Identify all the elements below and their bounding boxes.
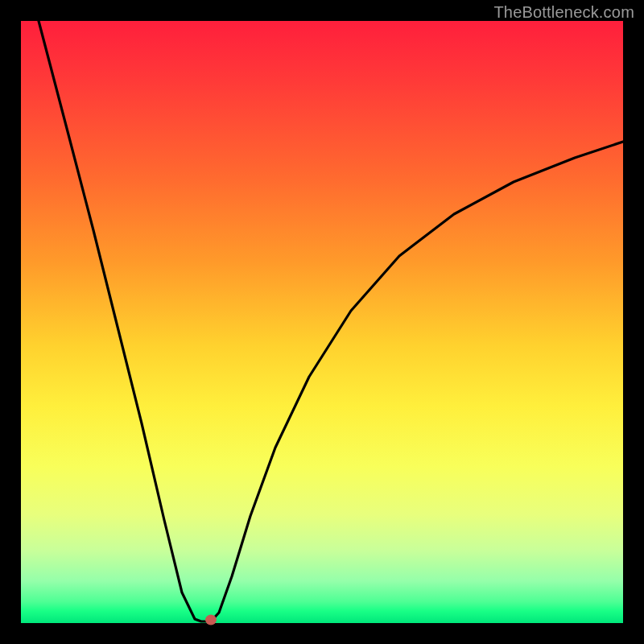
optimal-point-marker — [205, 615, 217, 625]
plot-area — [21, 21, 623, 623]
bottleneck-curve — [39, 21, 623, 621]
chart-frame: TheBottleneck.com — [0, 0, 644, 644]
watermark-text: TheBottleneck.com — [493, 3, 634, 22]
curve-layer — [21, 21, 623, 623]
